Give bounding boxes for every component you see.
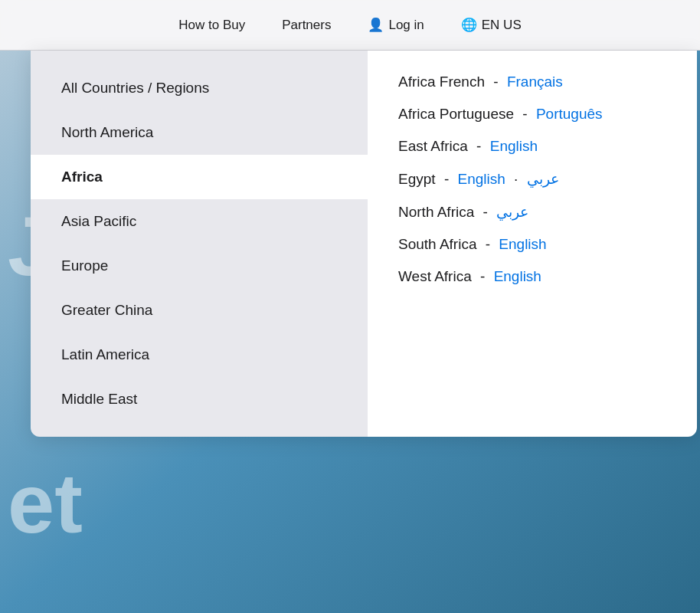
subregion-row-egypt: Egypt - English · عربي xyxy=(398,170,666,188)
region-item-latin-america[interactable]: Latin America xyxy=(31,333,368,377)
subregion-link-en[interactable]: English xyxy=(490,138,538,154)
subregion-link-en[interactable]: English xyxy=(499,236,546,252)
region-dropdown: All Countries / RegionsNorth AmericaAfri… xyxy=(31,51,697,437)
region-item-greater-china[interactable]: Greater China xyxy=(31,288,368,333)
subregion-label: East Africa xyxy=(398,138,468,154)
subregion-row-east-africa: East Africa - English xyxy=(398,138,666,155)
subregion-label: Africa Portuguese xyxy=(398,106,514,122)
region-item-all-countries[interactable]: All Countries / Regions xyxy=(31,66,368,110)
subregion-label: West Africa xyxy=(398,268,472,284)
subregion-row-africa-portuguese: Africa Portuguese - Português xyxy=(398,106,666,123)
subregion-separator: - xyxy=(486,236,490,252)
extra-separator: · xyxy=(514,171,518,187)
globe-icon: 🌐 xyxy=(461,17,477,33)
subregion-row-africa-french: Africa French - Français xyxy=(398,74,666,90)
subregion-label: South Africa xyxy=(398,236,476,252)
regions-panel: All Countries / RegionsNorth AmericaAfri… xyxy=(31,51,368,437)
subregion-label: Egypt xyxy=(398,171,436,187)
subregion-link-ar[interactable]: عربي xyxy=(527,171,559,187)
locale-label: EN US xyxy=(482,18,522,33)
region-item-middle-east[interactable]: Middle East xyxy=(31,377,368,421)
subregion-separator: - xyxy=(522,106,527,122)
subregion-separator: - xyxy=(476,138,481,154)
nav-partners[interactable]: Partners xyxy=(282,18,331,33)
subregion-link-en[interactable]: English xyxy=(494,268,541,284)
subregion-separator: - xyxy=(480,268,485,284)
subregion-label: Africa French xyxy=(398,74,485,90)
subregion-separator: - xyxy=(444,171,449,187)
nav-how-to-buy[interactable]: How to Buy xyxy=(178,18,245,33)
subregion-label: North Africa xyxy=(398,204,474,220)
region-item-europe[interactable]: Europe xyxy=(31,244,368,288)
subregion-link-ar[interactable]: عربي xyxy=(496,204,528,220)
subregion-link-fr[interactable]: Français xyxy=(507,74,563,90)
subregion-row-north-africa: North Africa - عربي xyxy=(398,203,666,221)
region-item-africa[interactable]: Africa xyxy=(31,155,368,199)
subregion-row-west-africa: West Africa - English xyxy=(398,268,666,285)
region-item-north-america[interactable]: North America xyxy=(31,110,368,155)
subregion-row-south-africa: South Africa - English xyxy=(398,236,666,253)
person-icon: 👤 xyxy=(368,17,384,33)
bg-text-bottom: et xyxy=(8,454,83,552)
nav-locale[interactable]: 🌐 EN US xyxy=(461,17,522,33)
navbar: How to Buy Partners 👤 Log in 🌐 EN US xyxy=(0,0,700,51)
subregion-separator: - xyxy=(483,204,488,220)
region-item-asia-pacific[interactable]: Asia Pacific xyxy=(31,199,368,244)
nav-login[interactable]: 👤 Log in xyxy=(368,17,424,33)
subregions-panel: Africa French - FrançaisAfrica Portugues… xyxy=(368,51,697,437)
subregion-link-en[interactable]: English xyxy=(457,171,505,187)
subregion-link-pt[interactable]: Português xyxy=(536,106,603,122)
login-label: Log in xyxy=(388,18,424,33)
subregion-separator: - xyxy=(493,74,498,90)
